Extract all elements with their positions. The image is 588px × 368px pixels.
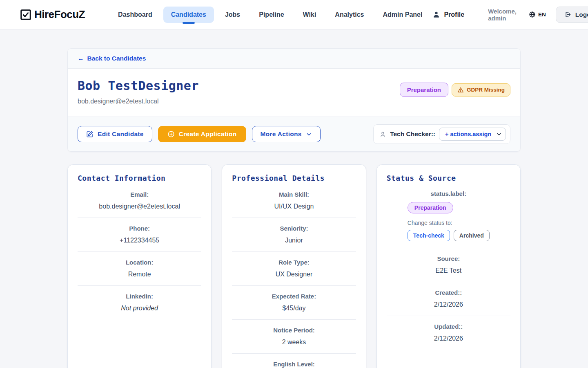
candidate-badges: Preparation GDPR Missing [400,83,510,97]
field-value: 2 weeks [232,339,356,346]
person-icon [432,11,440,18]
status-option-tech-check[interactable]: Tech-check [408,230,450,241]
field-label: Expected Rate: [232,293,356,300]
field-source: Source: E2E Test [387,248,510,282]
back-to-candidates-link[interactable]: ← Back to Candidates [78,55,146,62]
gdpr-badge-label: GDPR Missing [467,87,505,93]
field-label: Created:: [387,289,510,296]
gdpr-badge: GDPR Missing [452,83,510,96]
more-actions-button[interactable]: More Actions [252,126,321,142]
field-label: status.label: [387,190,510,197]
field-label: Seniority: [232,225,356,232]
contact-card-title: Contact Information [78,174,201,182]
logout-button[interactable]: Logout [556,7,588,23]
status-badge: Preparation [400,83,448,97]
edit-pencil-icon [86,130,94,138]
welcome-text: Welcome, admin [488,8,517,22]
logout-icon [564,11,571,18]
candidate-identity: Bob TestDesigner bob.designer@e2etest.lo… [78,79,199,105]
status-change-group: Preparation Change status to: Tech-check… [408,202,490,241]
nav-item-jobs[interactable]: Jobs [217,7,248,23]
edit-candidate-label: Edit Candidate [98,130,144,138]
back-bar: ← Back to Candidates [68,49,520,69]
field-status: status.label: Preparation Change status … [387,184,510,248]
field-value: bob.designer@e2etest.local [78,203,201,210]
brand-name: HireFocuZ [34,8,85,21]
nav-item-dashboard[interactable]: Dashboard [110,7,160,23]
globe-icon [529,11,536,18]
assign-select-wrap: + actions.assign [439,128,506,141]
status-option-archived[interactable]: Archived [454,230,490,241]
field-label: Location: [78,259,201,266]
language-code: EN [538,11,546,18]
contact-information-card: Contact Information Email: bob.designer@… [67,164,212,368]
field-value: $45/day [232,305,356,312]
edit-candidate-button[interactable]: Edit Candidate [78,126,152,142]
profile-label: Profile [444,11,464,18]
change-status-label: Change status to: [408,220,452,226]
back-arrow-icon: ← [78,55,84,62]
plus-circle-icon [167,130,175,138]
candidate-name: Bob TestDesigner [78,79,199,93]
current-status-pill: Preparation [408,202,453,213]
contact-fields: Email: bob.designer@e2etest.local Phone:… [78,184,201,319]
top-navbar: HireFocuZ Dashboard Candidates Jobs Pipe… [0,0,588,29]
assign-select[interactable]: + actions.assign [439,128,506,141]
field-email: Email: bob.designer@e2etest.local [78,184,201,218]
person-outline-icon [379,131,386,138]
action-buttons: Edit Candidate Create Application More A… [78,126,321,142]
field-english-level: English Level: [232,354,356,368]
tech-checker-assign: Tech Checker:: + actions.assign [373,124,510,144]
field-value: Not provided [78,305,201,312]
field-label: Main Skill: [232,191,356,198]
brand-logo[interactable]: HireFocuZ [20,8,85,21]
back-link-label: Back to Candidates [87,55,146,62]
field-notice-period: Notice Period: 2 weeks [232,320,356,354]
logout-label: Logout [575,11,588,18]
field-main-skill: Main Skill: UI/UX Design [232,184,356,218]
candidate-email: bob.designer@e2etest.local [78,98,199,105]
nav-item-analytics[interactable]: Analytics [327,7,372,23]
navbar-right: Profile Welcome, admin EN Logout [430,7,588,23]
professional-details-card: Professional Details Main Skill: UI/UX D… [222,164,366,368]
field-seniority: Seniority: Junior [232,218,356,252]
candidate-header-card: ← Back to Candidates Bob TestDesigner bo… [67,48,521,152]
status-source-card: Status & Source status.label: Preparatio… [376,164,521,368]
nav-item-admin-panel[interactable]: Admin Panel [375,7,430,23]
status-card-title: Status & Source [387,174,510,182]
field-label: Notice Period: [232,327,356,334]
field-label: Phone: [78,225,201,232]
more-actions-label: More Actions [261,130,302,138]
field-value: +1122334455 [78,237,201,244]
nav-item-wiki[interactable]: Wiki [295,7,324,23]
create-application-button[interactable]: Create Application [158,126,246,142]
main-nav: Dashboard Candidates Jobs Pipeline Wiki … [110,7,430,23]
field-label: English Level: [232,361,356,368]
field-label: Source: [387,255,510,262]
field-value: Junior [232,237,356,244]
language-switcher[interactable]: EN [529,11,546,18]
field-updated: Updated:: 2/12/2026 [387,316,510,350]
main-content: ← Back to Candidates Bob TestDesigner bo… [67,48,521,368]
warning-triangle-icon [457,87,464,93]
professional-fields: Main Skill: UI/UX Design Seniority: Juni… [232,184,356,368]
field-linkedin: LinkedIn: Not provided [78,286,201,319]
field-value: 2/12/2026 [387,301,510,308]
action-bar: Edit Candidate Create Application More A… [68,117,520,151]
info-cards: Contact Information Email: bob.designer@… [67,164,521,368]
tech-checker-label: Tech Checker:: [390,130,435,138]
nav-item-pipeline[interactable]: Pipeline [251,7,292,23]
field-label: Updated:: [387,323,510,330]
field-value: E2E Test [387,267,510,274]
field-label: Email: [78,191,201,198]
field-value: UX Designer [232,271,356,278]
nav-item-profile[interactable]: Profile [430,7,467,22]
field-role-type: Role Type: UX Designer [232,252,356,286]
checkbox-logo-icon [20,9,32,21]
status-fields: status.label: Preparation Change status … [387,184,510,350]
field-location: Location: Remote [78,252,201,286]
nav-item-candidates[interactable]: Candidates [163,7,214,23]
field-expected-rate: Expected Rate: $45/day [232,286,356,320]
professional-card-title: Professional Details [232,174,356,182]
field-created: Created:: 2/12/2026 [387,282,510,316]
